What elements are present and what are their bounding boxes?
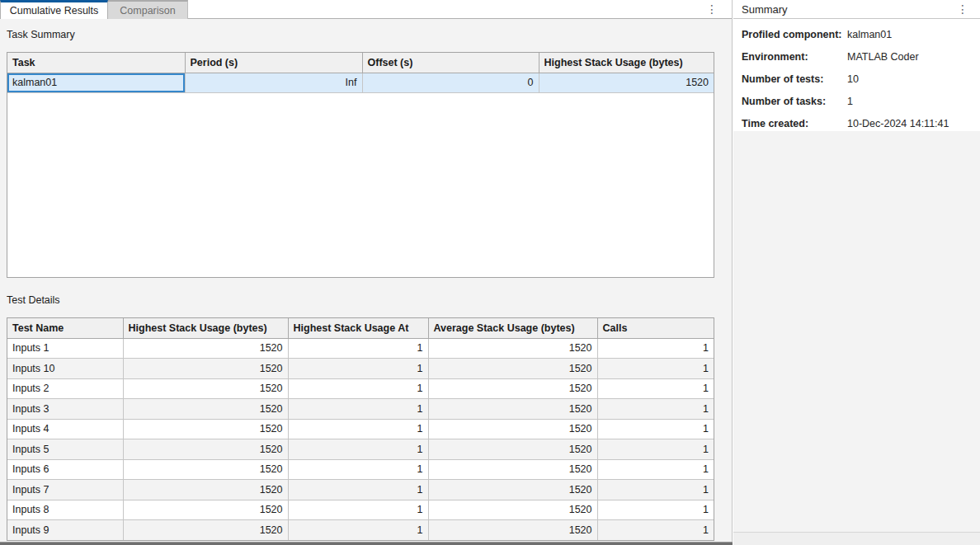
period-cell[interactable]: Inf — [185, 73, 362, 92]
summary-field-profiled-component: Profiled component: kalman01 — [742, 29, 972, 40]
summary-field-number-of-tests: Number of tests: 10 — [742, 73, 972, 85]
value-cell[interactable]: 1520 — [123, 359, 288, 379]
value-cell[interactable]: 1 — [597, 399, 714, 420]
table-row[interactable]: Inputs 101520115201 — [7, 359, 714, 379]
table-row[interactable]: Inputs 21520115201 — [7, 378, 714, 399]
column-header-highest-stack[interactable]: Highest Stack Usage (bytes) — [539, 53, 714, 73]
value-cell[interactable]: 1 — [597, 378, 714, 399]
table-row[interactable]: Inputs 91520115201 — [7, 520, 714, 541]
value-cell[interactable]: 1 — [597, 439, 714, 460]
highest-stack-cell[interactable]: 1520 — [539, 73, 714, 92]
summary-panel-background — [733, 131, 980, 545]
value-cell[interactable]: 1 — [288, 359, 428, 379]
task-name-cell[interactable]: kalman01 — [7, 73, 185, 92]
value-cell[interactable]: 1 — [288, 459, 428, 480]
summary-scrollbar-track[interactable] — [733, 532, 980, 545]
field-label: Profiled component: — [742, 29, 847, 40]
value-cell[interactable]: 1 — [597, 338, 714, 359]
test-name-cell[interactable]: Inputs 4 — [7, 419, 123, 439]
column-header-highest-usage[interactable]: Highest Stack Usage (bytes) — [123, 318, 288, 338]
value-cell[interactable]: 1520 — [123, 419, 288, 439]
value-cell[interactable]: 1520 — [428, 500, 597, 520]
value-cell[interactable]: 1 — [288, 399, 428, 420]
value-cell[interactable]: 1520 — [428, 439, 597, 460]
column-header-highest-usage-at[interactable]: Highest Stack Usage At — [288, 318, 428, 338]
value-cell[interactable]: 1520 — [428, 480, 597, 500]
test-name-cell[interactable]: Inputs 6 — [7, 459, 123, 480]
table-row[interactable]: Inputs 51520115201 — [7, 439, 714, 460]
test-name-cell[interactable]: Inputs 5 — [7, 439, 123, 460]
value-cell[interactable]: 1520 — [428, 378, 597, 399]
task-summary-table: Task Period (s) Offset (s) Highest Stack… — [7, 52, 714, 278]
field-label: Number of tasks: — [742, 96, 847, 107]
table-row[interactable]: Inputs 11520115201 — [7, 338, 714, 359]
value-cell[interactable]: 1520 — [123, 520, 288, 541]
test-name-cell[interactable]: Inputs 1 — [7, 338, 123, 359]
offset-cell[interactable]: 0 — [362, 73, 539, 92]
value-cell[interactable]: 1520 — [428, 459, 597, 480]
table-row[interactable]: Inputs 61520115201 — [7, 459, 714, 480]
test-name-cell[interactable]: Inputs 7 — [7, 480, 123, 500]
table-row[interactable]: Inputs 71520115201 — [7, 480, 714, 500]
table-row[interactable]: Inputs 81520115201 — [7, 500, 714, 520]
summary-field-environment: Environment: MATLAB Coder — [742, 51, 972, 63]
value-cell[interactable]: 1 — [597, 500, 714, 520]
kebab-menu-icon[interactable]: ⋮ — [957, 3, 968, 15]
field-label: Environment: — [742, 51, 847, 63]
table-row[interactable]: Inputs 31520115201 — [7, 399, 714, 420]
field-label: Number of tests: — [742, 73, 847, 85]
kebab-menu-icon[interactable]: ⋮ — [706, 3, 718, 15]
value-cell[interactable]: 1520 — [123, 459, 288, 480]
value-cell[interactable]: 1 — [288, 480, 428, 500]
summary-panel-title: Summary — [742, 3, 788, 16]
field-value: MATLAB Coder — [847, 51, 972, 63]
column-header-task[interactable]: Task — [7, 53, 185, 73]
value-cell[interactable]: 1520 — [123, 378, 288, 399]
tab-cumulative-results[interactable]: Cumulative Results — [0, 0, 108, 19]
value-cell[interactable]: 1 — [597, 419, 714, 439]
tab-label: Cumulative Results — [10, 5, 99, 16]
field-value: 10 — [847, 73, 972, 85]
value-cell[interactable]: 1520 — [428, 338, 597, 359]
test-name-cell[interactable]: Inputs 3 — [7, 399, 123, 420]
column-header-offset[interactable]: Offset (s) — [362, 53, 539, 73]
table-row-selected[interactable]: kalman01 Inf 0 1520 — [7, 73, 714, 92]
value-cell[interactable]: 1520 — [123, 500, 288, 520]
value-cell[interactable]: 1 — [597, 520, 714, 541]
results-panel: Cumulative Results Comparison ⋮ Task Sum… — [0, 0, 733, 545]
value-cell[interactable]: 1520 — [428, 419, 597, 439]
field-value: kalman01 — [847, 29, 972, 40]
value-cell[interactable]: 1520 — [123, 480, 288, 500]
column-header-calls[interactable]: Calls — [597, 318, 714, 338]
table-header-row: Test Name Highest Stack Usage (bytes) Hi… — [7, 318, 714, 338]
value-cell[interactable]: 1520 — [123, 439, 288, 460]
value-cell[interactable]: 1 — [597, 459, 714, 480]
value-cell[interactable]: 1520 — [123, 338, 288, 359]
value-cell[interactable]: 1520 — [428, 520, 597, 541]
column-header-test-name[interactable]: Test Name — [7, 318, 123, 338]
test-name-cell[interactable]: Inputs 9 — [7, 520, 123, 541]
value-cell[interactable]: 1 — [288, 439, 428, 460]
tab-comparison[interactable]: Comparison — [108, 0, 188, 19]
horizontal-scrollbar[interactable] — [0, 542, 733, 545]
task-summary-title: Task Summary — [7, 29, 75, 40]
summary-fields: Profiled component: kalman01 Environment… — [733, 19, 980, 131]
value-cell[interactable]: 1 — [288, 419, 428, 439]
value-cell[interactable]: 1 — [288, 500, 428, 520]
value-cell[interactable]: 1520 — [428, 399, 597, 420]
value-cell[interactable]: 1 — [597, 480, 714, 500]
test-details-title: Test Details — [7, 294, 60, 306]
column-header-period[interactable]: Period (s) — [185, 53, 362, 73]
value-cell[interactable]: 1 — [288, 520, 428, 541]
value-cell[interactable]: 1 — [288, 378, 428, 399]
table-header-row: Task Period (s) Offset (s) Highest Stack… — [7, 53, 714, 73]
test-name-cell[interactable]: Inputs 2 — [7, 378, 123, 399]
value-cell[interactable]: 1 — [597, 359, 714, 379]
value-cell[interactable]: 1520 — [123, 399, 288, 420]
value-cell[interactable]: 1520 — [428, 359, 597, 379]
test-name-cell[interactable]: Inputs 10 — [7, 359, 123, 379]
value-cell[interactable]: 1 — [288, 338, 428, 359]
table-row[interactable]: Inputs 41520115201 — [7, 419, 714, 439]
test-name-cell[interactable]: Inputs 8 — [7, 500, 123, 520]
column-header-average-usage[interactable]: Average Stack Usage (bytes) — [428, 318, 597, 338]
